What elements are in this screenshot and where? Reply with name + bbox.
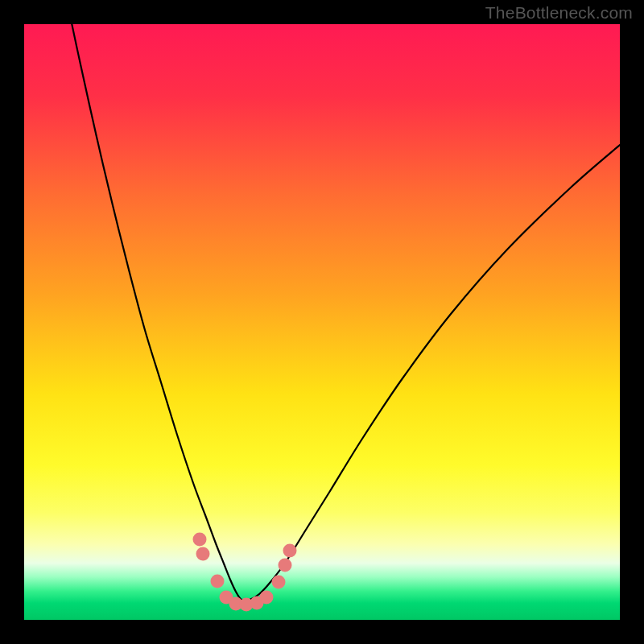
gradient-background <box>24 24 620 620</box>
bottleneck-chart <box>24 24 620 620</box>
watermark-text: TheBottleneck.com <box>485 3 633 23</box>
data-point-marker <box>211 575 225 588</box>
data-point-marker <box>283 544 297 558</box>
data-point-marker <box>193 533 207 547</box>
data-point-marker <box>272 576 286 589</box>
data-point-marker <box>260 591 274 605</box>
chart-stage: TheBottleneck.com <box>0 0 644 644</box>
data-point-marker <box>196 547 210 561</box>
data-point-marker <box>279 559 292 572</box>
